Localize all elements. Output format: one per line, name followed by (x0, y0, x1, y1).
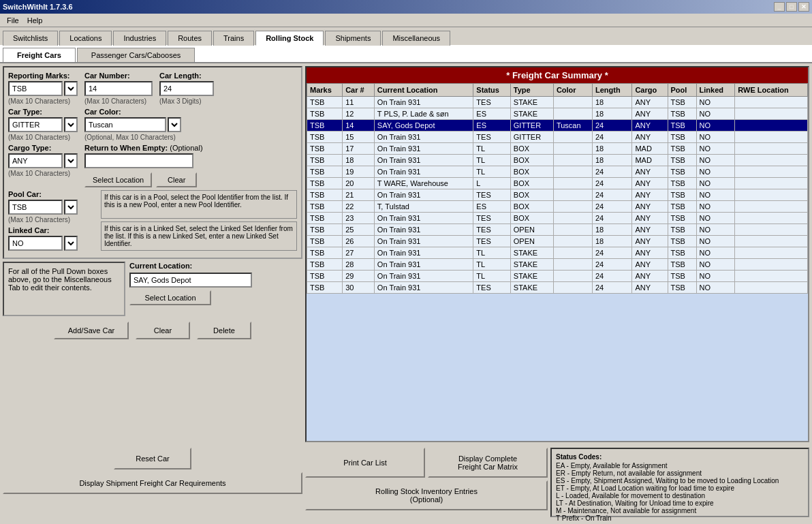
menu-help[interactable]: Help (23, 15, 47, 26)
car-color-select[interactable] (168, 117, 181, 132)
print-car-list-button[interactable]: Print Car List (305, 448, 425, 478)
col-cargo: Cargo (632, 84, 668, 97)
add-save-button[interactable]: Add/Save Car (54, 322, 129, 339)
table-row[interactable]: TSB27On Train 931TLSTAKE24ANYTSBNO (307, 247, 808, 259)
car-type-select[interactable] (64, 117, 78, 132)
bottom-right-area: Print Car List Display CompleteFreight C… (305, 448, 809, 517)
menu-bar: File Help (0, 14, 812, 27)
cargo-type-input[interactable] (8, 153, 63, 168)
table-row[interactable]: TSB29On Train 931TLSTAKE24ANYTSBNO (307, 271, 808, 282)
table-row[interactable]: TSB17On Train 931TLBOX18MADTSBNO (307, 143, 808, 155)
select-location-btn-2[interactable]: Select Location (129, 290, 211, 305)
car-length-group: Car Length: (Max 3 Digits) (159, 72, 214, 105)
linked-car-label: Linked Car: (8, 226, 97, 234)
reset-car-button[interactable]: Reset Car (114, 448, 191, 469)
rolling-stock-inventory-button[interactable]: Rolling Stock Inventory Entries(Optional… (305, 480, 548, 510)
car-color-input[interactable] (84, 117, 166, 132)
table-row[interactable]: TSB28On Train 931TLSTAKE24ANYTSBNO (307, 259, 808, 271)
minimize-button[interactable]: _ (774, 2, 785, 12)
table-row[interactable]: TSB25On Train 931TESOPEN18ANYTSBNO (307, 224, 808, 236)
clear-btn-1[interactable]: Clear (156, 172, 197, 187)
table-row[interactable]: TSB22T, TulstadESBOX24ANYTSBNO (307, 201, 808, 213)
table-row[interactable]: TSB21On Train 931TESBOX24ANYTSBNO (307, 189, 808, 201)
cargo-type-group: Cargo Type: (Max 10 Characters) (8, 144, 78, 187)
cargo-type-select[interactable] (64, 153, 78, 168)
pool-tooltip: If this car is in a Pool, select the Poo… (101, 190, 297, 219)
delete-button[interactable]: Delete (197, 322, 251, 339)
table-row[interactable]: TSB26On Train 931TESOPEN18ANYTSBNO (307, 236, 808, 247)
close-button[interactable]: ✕ (798, 2, 809, 12)
car-length-hint: (Max 3 Digits) (159, 97, 214, 105)
car-color-hint: (Optional, Max 10 Characters) (84, 134, 181, 141)
current-location-section: Current Location: Select Location (129, 262, 252, 305)
reporting-marks-group: Reporting Marks: (Max 10 Characters) (8, 72, 78, 105)
bottom-right-buttons: Print Car List Display CompleteFreight C… (305, 448, 548, 517)
tab-switchlists[interactable]: Switchlists (3, 31, 58, 46)
subtab-passenger-cars[interactable]: Passenger Cars/Cabooses (77, 48, 195, 62)
tab-miscellaneous[interactable]: Miscellaneous (382, 31, 450, 46)
right-panel: * Freight Car Summary * Marks Car # Curr… (305, 66, 809, 442)
pool-car-select[interactable] (64, 200, 78, 215)
select-location-btn-1[interactable]: Select Location (84, 172, 152, 187)
car-number-input[interactable] (84, 81, 153, 96)
car-type-group: Car Type: (Max 10 Characters) (8, 108, 78, 141)
tab-shipments[interactable]: Shipments (325, 31, 381, 46)
car-number-group: Car Number: (Max 10 Characters) (84, 72, 153, 105)
menu-file[interactable]: File (3, 15, 23, 26)
table-row[interactable]: TSB19On Train 931TLBOX24ANYTSBNO (307, 166, 808, 178)
tab-industries[interactable]: Industries (113, 31, 166, 46)
table-row[interactable]: TSB12T PLS, P. Lade & sønESSTAKE18ANYTSB… (307, 108, 808, 120)
freight-car-summary: * Freight Car Summary * Marks Car # Curr… (305, 66, 809, 442)
reporting-marks-input[interactable] (8, 81, 63, 96)
clear-button-2[interactable]: Clear (136, 322, 190, 339)
return-when-empty-group: Return to When Empty: (Optional) Select … (84, 144, 203, 187)
current-location-input[interactable] (129, 273, 252, 288)
pool-car-input[interactable] (8, 200, 63, 215)
app-title: SwitchWithIt 1.7.3.6 (3, 3, 73, 11)
title-bar: SwitchWithIt 1.7.3.6 _ □ ✕ (0, 0, 812, 14)
table-row[interactable]: TSB20T WARE, WarehouseLBOX24ANYTSBNO (307, 178, 808, 189)
table-row[interactable]: TSB18On Train 931TLBOX18MADTSBNO (307, 155, 808, 166)
pool-car-group: Pool Car: (Max 10 Characters) (8, 190, 97, 224)
table-row[interactable]: TSB30On Train 931TESSTAKE24ANYTSBNO (307, 282, 808, 294)
status-codes-title: Status Codes: (556, 453, 804, 461)
reporting-marks-select[interactable] (64, 81, 78, 96)
tab-routes[interactable]: Routes (168, 31, 212, 46)
car-number-label: Car Number: (84, 72, 153, 80)
tab-trains[interactable]: Trains (213, 31, 254, 46)
status-code-item: ER - Empty Return, not available for ass… (556, 469, 804, 477)
display-complete-matrix-button[interactable]: Display CompleteFreight Car Matrix (428, 448, 548, 478)
table-row[interactable]: TSB15On Train 931TESGITTER24ANYTSBNO (307, 132, 808, 143)
car-type-hint: (Max 10 Characters) (8, 134, 78, 141)
col-type: Type (510, 84, 553, 97)
car-type-input[interactable] (8, 117, 63, 132)
summary-title: * Freight Car Summary * (307, 67, 808, 83)
table-header-row: Marks Car # Current Location Status Type… (307, 84, 808, 97)
subtab-freight-cars[interactable]: Freight Cars (3, 48, 76, 62)
table-row[interactable]: TSB23On Train 931TESBOX24ANYTSBNO (307, 213, 808, 224)
col-color: Color (553, 84, 592, 97)
table-row[interactable]: TSB11On Train 931TESSTAKE18ANYTSBNO (307, 97, 808, 108)
car-length-input[interactable] (159, 81, 214, 96)
status-code-item: EA - Empty, Available for Assignment (556, 462, 804, 469)
maximize-button[interactable]: □ (786, 2, 797, 12)
freight-car-table: Marks Car # Current Location Status Type… (307, 83, 808, 294)
main-tab-bar: Switchlists Locations Industries Routes … (0, 27, 812, 45)
tab-rolling-stock[interactable]: Rolling Stock (255, 31, 324, 46)
col-linked: Linked (696, 84, 735, 97)
return-when-empty-input[interactable] (84, 153, 193, 168)
tab-locations[interactable]: Locations (59, 31, 112, 46)
linked-car-select[interactable] (64, 236, 78, 251)
cargo-type-hint: (Max 10 Characters) (8, 170, 78, 177)
sub-tab-bar: Freight Cars Passenger Cars/Cabooses (0, 45, 812, 63)
col-length: Length (593, 84, 632, 97)
pool-car-hint: (Max 10 Characters) (8, 216, 97, 224)
status-code-item: L - Loaded, Available for movement to de… (556, 492, 804, 499)
status-code-item: ES - Empty, Shipment Assigned, Waiting t… (556, 477, 804, 484)
table-row[interactable]: TSB14SAY, Gods DepotESGITTERTuscan24ANYT… (307, 120, 808, 132)
col-status: Status (473, 84, 510, 97)
window-controls[interactable]: _ □ ✕ (774, 2, 809, 12)
linked-car-input[interactable] (8, 236, 63, 251)
display-shipment-button[interactable]: Display Shipment Freight Car Requirement… (3, 472, 302, 494)
status-code-item: T Prefix - On Train (556, 514, 804, 522)
